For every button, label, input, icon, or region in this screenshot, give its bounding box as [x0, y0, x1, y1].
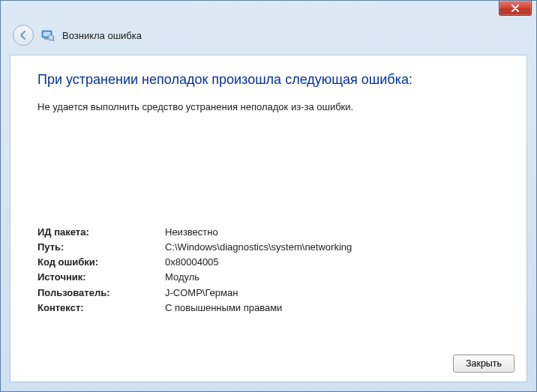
back-button[interactable] [13, 25, 34, 46]
error-heading: При устранении неполадок произошла следу… [38, 72, 500, 88]
detail-value: С повышенными правами [165, 301, 500, 316]
detail-value: 0x80004005 [165, 255, 500, 270]
detail-label: Пользователь: [38, 286, 165, 301]
detail-label: Путь: [38, 240, 165, 255]
detail-value: Модуль [165, 270, 500, 285]
detail-label: Код ошибки: [38, 255, 165, 270]
detail-row-path: Путь: C:\Windows\diagnostics\system\netw… [38, 240, 500, 255]
button-row: Закрыть [453, 355, 514, 373]
svg-point-3 [48, 34, 54, 40]
close-icon [511, 4, 520, 12]
detail-label: ИД пакета: [38, 225, 165, 240]
detail-row-error-code: Код ошибки: 0x80004005 [38, 255, 500, 270]
detail-table: ИД пакета: Неизвестно Путь: C:\Windows\d… [38, 225, 500, 316]
detail-row-context: Контекст: С повышенными правами [38, 301, 500, 316]
header-row: Возникла ошибка [1, 22, 536, 55]
detail-row-package-id: ИД пакета: Неизвестно [38, 225, 500, 240]
arrow-left-icon [18, 30, 28, 40]
error-message: Не удается выполнить средство устранения… [38, 101, 500, 112]
detail-label: Контекст: [38, 301, 165, 316]
troubleshoot-icon [41, 28, 55, 42]
titlebar [1, 1, 536, 22]
detail-value: Неизвестно [165, 225, 500, 240]
window-title: Возникла ошибка [62, 30, 142, 41]
detail-label: Источник: [38, 270, 165, 285]
detail-row-source: Источник: Модуль [38, 270, 500, 285]
detail-value: J-COMP\Герман [165, 286, 500, 301]
window-close-button[interactable] [499, 1, 532, 16]
close-button[interactable]: Закрыть [453, 355, 514, 373]
content-panel: При устранении неполадок произошла следу… [10, 55, 527, 382]
detail-value: C:\Windows\diagnostics\system\networking [165, 240, 500, 255]
detail-row-user: Пользователь: J-COMP\Герман [38, 286, 500, 301]
